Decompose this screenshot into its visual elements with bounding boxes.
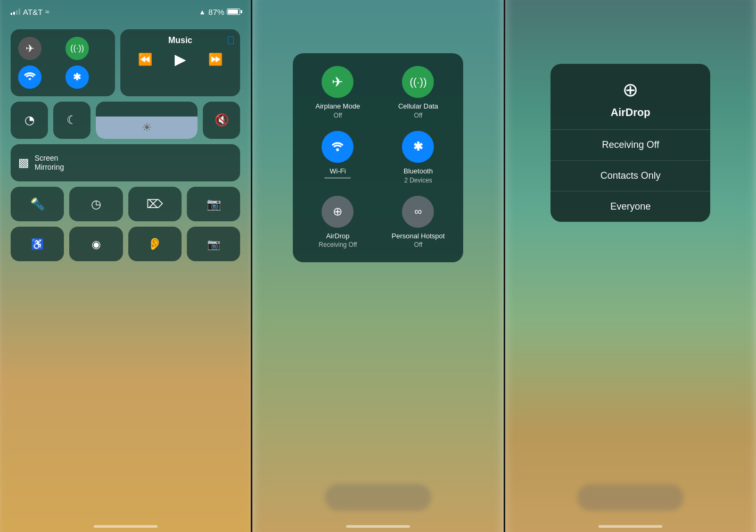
p2-grid: ✈ Airplane Mode Off ((·)) Cellular Data … xyxy=(306,66,450,250)
p2-airdrop-icon: ⊕ xyxy=(322,196,354,228)
p2-airplane-icon: ✈ xyxy=(322,66,354,98)
p2-hotspot-item[interactable]: ∞ Personal Hotspot Off xyxy=(386,196,450,250)
screen-record-button[interactable]: ◉ xyxy=(69,227,122,261)
flashlight-button[interactable]: 🔦 xyxy=(11,187,64,221)
battery-icon xyxy=(227,9,240,15)
p2-bluetooth-icon: ✱ xyxy=(402,131,434,163)
silent-button[interactable]: 🔇 xyxy=(203,102,240,139)
airplay-icon[interactable]: ⎕ xyxy=(228,35,234,46)
blurred-bottom-2 xyxy=(325,484,431,511)
p2-cellular-label: Cellular Data Off xyxy=(398,102,438,120)
brightness-slider[interactable]: ☀ xyxy=(96,102,198,139)
next-button[interactable]: ⏩ xyxy=(208,53,223,66)
p2-airplane-item[interactable]: ✈ Airplane Mode Off xyxy=(306,66,370,120)
cc-utils-row-2: ♿ ◉ 👂 📷 xyxy=(11,227,240,261)
connectivity-detail-panel: ✈ Airplane Mode Off ((·)) Cellular Data … xyxy=(293,53,463,262)
panel-2: ✈ Airplane Mode Off ((·)) Cellular Data … xyxy=(252,0,503,532)
screen-mirroring-row: ▩ ScreenMirroring xyxy=(11,144,240,181)
prev-button[interactable]: ⏪ xyxy=(138,53,152,66)
music-controls: ⏪ ▶ ⏩ xyxy=(127,51,234,68)
panel-3: ⊕ AirDrop Receiving Off Contacts Only Ev… xyxy=(505,0,756,532)
airdrop-everyone-option[interactable]: Everyone xyxy=(550,192,710,222)
p2-hotspot-label: Personal Hotspot Off xyxy=(392,232,445,250)
p2-cellular-icon: ((·)) xyxy=(402,66,434,98)
bluetooth-button[interactable]: ✱ xyxy=(65,65,89,89)
panel-1: AT&T ≈ ▲ 87% ✈ ((·)) xyxy=(0,0,251,532)
calculator-button[interactable]: ⌦ xyxy=(128,187,182,221)
timer-button[interactable]: ◷ xyxy=(69,187,122,221)
p2-airplane-label: Airplane Mode Off xyxy=(316,102,360,120)
home-indicator-2 xyxy=(346,525,410,528)
p2-airdrop-item[interactable]: ⊕ AirDrop Receiving Off xyxy=(306,196,370,250)
cc-top-row: ✈ ((·)) ✱ ⎕ Music ⏪ ▶ ⏩ xyxy=(11,29,240,96)
home-indicator-3 xyxy=(598,525,662,528)
p2-wifi-bar xyxy=(324,177,351,179)
battery-icon-container xyxy=(227,9,240,15)
divider-1 xyxy=(251,0,252,532)
status-left: AT&T ≈ xyxy=(11,7,50,16)
music-title: Music xyxy=(127,36,234,45)
airdrop-contacts-only-option[interactable]: Contacts Only xyxy=(550,161,710,192)
p2-bluetooth-item[interactable]: ✱ Bluetooth 2 Devices xyxy=(386,131,450,185)
wifi-status-icon: ≈ xyxy=(45,7,50,16)
screen-mirror-label: ScreenMirroring xyxy=(35,154,64,172)
brightness-sun-icon: ☀ xyxy=(142,121,152,135)
svg-point-0 xyxy=(336,148,339,151)
cc-utils-row-1: 🔦 ◷ ⌦ 📷 xyxy=(11,187,240,221)
divider-2 xyxy=(504,0,505,532)
cellular-button[interactable]: ((·)) xyxy=(65,37,89,60)
battery-percent: 87% xyxy=(208,7,224,16)
control-center: ✈ ((·)) ✱ ⎕ Music ⏪ ▶ ⏩ xyxy=(11,29,240,267)
location-icon: ▲ xyxy=(199,8,206,16)
hearing-button[interactable]: 👂 xyxy=(128,227,182,261)
battery-fill xyxy=(228,10,237,14)
airdrop-title: AirDrop xyxy=(611,106,650,119)
signal-bars xyxy=(11,9,20,15)
rotation-lock-button[interactable]: ◔ xyxy=(11,102,48,139)
p3-header: ⊕ AirDrop xyxy=(550,64,710,129)
accessibility-button[interactable]: ♿ xyxy=(11,227,64,261)
status-right: ▲ 87% xyxy=(199,7,240,16)
p2-wifi-label: Wi-Fi xyxy=(324,167,351,179)
remote-button[interactable]: 📷 xyxy=(187,227,240,261)
wifi-button[interactable] xyxy=(18,65,42,89)
blurred-bottom-3 xyxy=(577,484,684,511)
camera-button[interactable]: 📷 xyxy=(187,187,240,221)
airplane-mode-button[interactable]: ✈ xyxy=(18,37,42,60)
airdrop-receiving-off-option[interactable]: Receiving Off xyxy=(550,130,710,161)
p2-cellular-item[interactable]: ((·)) Cellular Data Off xyxy=(386,66,450,120)
airdrop-options-panel: ⊕ AirDrop Receiving Off Contacts Only Ev… xyxy=(550,64,710,222)
home-indicator-1 xyxy=(94,525,158,528)
p2-wifi-item[interactable]: Wi-Fi xyxy=(306,131,370,185)
music-panel: ⎕ Music ⏪ ▶ ⏩ xyxy=(120,29,240,96)
cc-mid-row: ◔ ☾ ☀ 🔇 xyxy=(11,102,240,139)
p2-wifi-icon xyxy=(322,131,354,163)
airdrop-large-icon: ⊕ xyxy=(622,79,638,101)
screen-mirroring-button[interactable]: ▩ ScreenMirroring xyxy=(11,144,240,181)
status-bar: AT&T ≈ ▲ 87% xyxy=(0,0,251,23)
do-not-disturb-button[interactable]: ☾ xyxy=(53,102,91,139)
screen-mirror-icon: ▩ xyxy=(18,156,29,170)
carrier-label: AT&T xyxy=(23,7,43,16)
cc-connectivity-panel: ✈ ((·)) ✱ xyxy=(11,29,115,96)
play-button[interactable]: ▶ xyxy=(175,51,186,68)
p2-airdrop-label: AirDrop Receiving Off xyxy=(319,232,357,250)
p2-bluetooth-label: Bluetooth 2 Devices xyxy=(404,167,433,185)
p2-hotspot-icon: ∞ xyxy=(402,196,434,228)
